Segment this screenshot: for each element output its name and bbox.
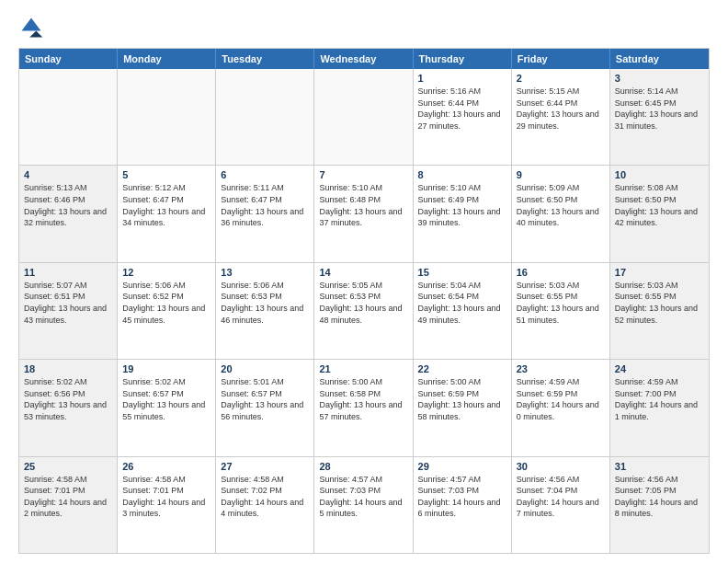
calendar-row-4: 25Sunrise: 4:58 AMSunset: 7:01 PMDayligh…	[19, 457, 709, 553]
cell-info: Sunrise: 5:11 AMSunset: 6:47 PMDaylight:…	[221, 182, 309, 228]
calendar-cell: 28Sunrise: 4:57 AMSunset: 7:03 PMDayligh…	[314, 457, 413, 553]
calendar-cell: 11Sunrise: 5:07 AMSunset: 6:51 PMDayligh…	[19, 263, 118, 359]
day-number: 8	[418, 169, 506, 180]
cell-info: Sunrise: 4:59 AMSunset: 7:00 PMDaylight:…	[615, 376, 704, 422]
calendar-cell: 9Sunrise: 5:09 AMSunset: 6:50 PMDaylight…	[512, 166, 610, 261]
calendar-cell	[216, 69, 314, 165]
calendar-cell: 15Sunrise: 5:04 AMSunset: 6:54 PMDayligh…	[414, 263, 512, 359]
day-number: 7	[319, 169, 407, 180]
calendar-cell: 29Sunrise: 4:57 AMSunset: 7:03 PMDayligh…	[414, 457, 512, 553]
day-number: 29	[418, 461, 506, 472]
cell-info: Sunrise: 4:59 AMSunset: 6:59 PMDaylight:…	[517, 376, 605, 422]
cell-info: Sunrise: 5:12 AMSunset: 6:47 PMDaylight:…	[122, 182, 210, 228]
cell-info: Sunrise: 5:14 AMSunset: 6:45 PMDaylight:…	[615, 86, 704, 132]
cell-info: Sunrise: 5:15 AMSunset: 6:44 PMDaylight:…	[517, 86, 605, 132]
day-number: 25	[24, 461, 112, 472]
day-header-tuesday: Tuesday	[216, 49, 314, 69]
day-header-thursday: Thursday	[414, 49, 512, 69]
cell-info: Sunrise: 5:00 AMSunset: 6:58 PMDaylight:…	[319, 376, 407, 422]
day-number: 1	[418, 73, 506, 84]
day-number: 28	[319, 461, 407, 472]
calendar-cell: 2Sunrise: 5:15 AMSunset: 6:44 PMDaylight…	[512, 69, 610, 165]
calendar-cell: 10Sunrise: 5:08 AMSunset: 6:50 PMDayligh…	[610, 166, 709, 261]
calendar-cell: 19Sunrise: 5:02 AMSunset: 6:57 PMDayligh…	[118, 360, 216, 455]
calendar-cell: 1Sunrise: 5:16 AMSunset: 6:44 PMDaylight…	[414, 69, 512, 165]
page: SundayMondayTuesdayWednesdayThursdayFrid…	[0, 0, 728, 563]
day-header-friday: Friday	[512, 49, 610, 69]
day-number: 17	[615, 267, 704, 278]
calendar-cell: 17Sunrise: 5:03 AMSunset: 6:55 PMDayligh…	[610, 263, 709, 359]
calendar-cell: 25Sunrise: 4:58 AMSunset: 7:01 PMDayligh…	[19, 457, 118, 553]
calendar-header: SundayMondayTuesdayWednesdayThursdayFrid…	[19, 49, 709, 69]
day-number: 18	[24, 363, 112, 374]
day-number: 30	[517, 461, 605, 472]
day-header-sunday: Sunday	[19, 49, 118, 69]
calendar-cell	[118, 69, 216, 165]
day-number: 2	[517, 73, 605, 84]
day-number: 22	[418, 363, 506, 374]
day-number: 12	[122, 267, 210, 278]
header	[18, 15, 710, 40]
cell-info: Sunrise: 5:02 AMSunset: 6:56 PMDaylight:…	[24, 376, 112, 422]
cell-info: Sunrise: 5:06 AMSunset: 6:53 PMDaylight:…	[221, 280, 309, 326]
calendar-cell: 23Sunrise: 4:59 AMSunset: 6:59 PMDayligh…	[512, 360, 610, 455]
day-number: 4	[24, 169, 112, 180]
day-number: 15	[418, 267, 506, 278]
day-number: 19	[122, 363, 210, 374]
cell-info: Sunrise: 5:03 AMSunset: 6:55 PMDaylight:…	[615, 280, 704, 326]
day-number: 24	[615, 363, 704, 374]
calendar-cell: 21Sunrise: 5:00 AMSunset: 6:58 PMDayligh…	[314, 360, 413, 455]
cell-info: Sunrise: 5:09 AMSunset: 6:50 PMDaylight:…	[517, 182, 605, 228]
calendar-cell: 14Sunrise: 5:05 AMSunset: 6:53 PMDayligh…	[314, 263, 413, 359]
day-number: 3	[615, 73, 704, 84]
calendar-cell: 24Sunrise: 4:59 AMSunset: 7:00 PMDayligh…	[610, 360, 709, 455]
calendar-cell: 13Sunrise: 5:06 AMSunset: 6:53 PMDayligh…	[216, 263, 314, 359]
calendar-cell: 7Sunrise: 5:10 AMSunset: 6:48 PMDaylight…	[314, 166, 413, 261]
logo	[18, 15, 48, 40]
calendar: SundayMondayTuesdayWednesdayThursdayFrid…	[18, 48, 710, 554]
calendar-row-3: 18Sunrise: 5:02 AMSunset: 6:56 PMDayligh…	[19, 360, 709, 456]
cell-info: Sunrise: 5:03 AMSunset: 6:55 PMDaylight:…	[517, 280, 605, 326]
cell-info: Sunrise: 5:13 AMSunset: 6:46 PMDaylight:…	[24, 182, 112, 228]
day-number: 11	[24, 267, 112, 278]
calendar-cell: 22Sunrise: 5:00 AMSunset: 6:59 PMDayligh…	[414, 360, 512, 455]
calendar-cell: 4Sunrise: 5:13 AMSunset: 6:46 PMDaylight…	[19, 166, 118, 261]
day-number: 31	[615, 461, 704, 472]
day-number: 23	[517, 363, 605, 374]
calendar-body: 1Sunrise: 5:16 AMSunset: 6:44 PMDaylight…	[19, 69, 709, 553]
cell-info: Sunrise: 4:58 AMSunset: 7:01 PMDaylight:…	[122, 474, 210, 520]
day-number: 16	[517, 267, 605, 278]
calendar-row-0: 1Sunrise: 5:16 AMSunset: 6:44 PMDaylight…	[19, 69, 709, 166]
calendar-row-2: 11Sunrise: 5:07 AMSunset: 6:51 PMDayligh…	[19, 263, 709, 360]
cell-info: Sunrise: 5:01 AMSunset: 6:57 PMDaylight:…	[221, 376, 309, 422]
cell-info: Sunrise: 4:56 AMSunset: 7:05 PMDaylight:…	[615, 474, 704, 520]
calendar-cell: 30Sunrise: 4:56 AMSunset: 7:04 PMDayligh…	[512, 457, 610, 553]
cell-info: Sunrise: 4:56 AMSunset: 7:04 PMDaylight:…	[517, 474, 605, 520]
calendar-cell: 18Sunrise: 5:02 AMSunset: 6:56 PMDayligh…	[19, 360, 118, 455]
day-number: 6	[221, 169, 309, 180]
cell-info: Sunrise: 4:58 AMSunset: 7:02 PMDaylight:…	[221, 474, 309, 520]
calendar-row-1: 4Sunrise: 5:13 AMSunset: 6:46 PMDaylight…	[19, 166, 709, 262]
day-number: 9	[517, 169, 605, 180]
cell-info: Sunrise: 5:08 AMSunset: 6:50 PMDaylight:…	[615, 182, 704, 228]
day-number: 13	[221, 267, 309, 278]
day-header-saturday: Saturday	[610, 49, 709, 69]
cell-info: Sunrise: 5:10 AMSunset: 6:49 PMDaylight:…	[418, 182, 506, 228]
day-number: 27	[221, 461, 309, 472]
svg-marker-0	[22, 18, 41, 31]
day-number: 26	[122, 461, 210, 472]
calendar-cell: 31Sunrise: 4:56 AMSunset: 7:05 PMDayligh…	[610, 457, 709, 553]
calendar-cell: 6Sunrise: 5:11 AMSunset: 6:47 PMDaylight…	[216, 166, 314, 261]
calendar-cell: 8Sunrise: 5:10 AMSunset: 6:49 PMDaylight…	[414, 166, 512, 261]
day-header-wednesday: Wednesday	[314, 49, 413, 69]
calendar-cell	[19, 69, 118, 165]
day-number: 20	[221, 363, 309, 374]
calendar-cell: 16Sunrise: 5:03 AMSunset: 6:55 PMDayligh…	[512, 263, 610, 359]
cell-info: Sunrise: 5:05 AMSunset: 6:53 PMDaylight:…	[319, 280, 407, 326]
cell-info: Sunrise: 4:58 AMSunset: 7:01 PMDaylight:…	[24, 474, 112, 520]
cell-info: Sunrise: 5:16 AMSunset: 6:44 PMDaylight:…	[418, 86, 506, 132]
calendar-cell: 27Sunrise: 4:58 AMSunset: 7:02 PMDayligh…	[216, 457, 314, 553]
cell-info: Sunrise: 5:02 AMSunset: 6:57 PMDaylight:…	[122, 376, 210, 422]
calendar-cell: 5Sunrise: 5:12 AMSunset: 6:47 PMDaylight…	[118, 166, 216, 261]
day-number: 10	[615, 169, 704, 180]
